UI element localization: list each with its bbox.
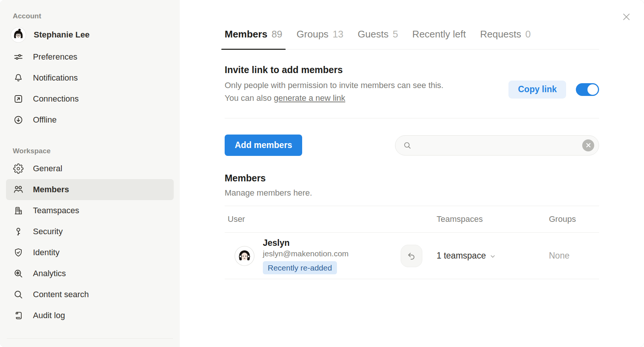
account-section-label: Account <box>13 12 180 20</box>
close-icon <box>622 12 631 22</box>
tab-label: Members <box>225 28 267 40</box>
invite-link-toggle[interactable] <box>576 83 599 96</box>
members-toolbar: Add members <box>225 135 599 156</box>
user-cell: Jeslyn jeslyn@makenotion.com Recently re… <box>225 237 429 274</box>
members-tabs: Members 89 Groups 13 Guests 5 Recently l… <box>225 28 599 49</box>
teamspaces-dropdown[interactable]: 1 teamspace <box>429 251 541 261</box>
sidebar-item-label: Stephanie Lee <box>34 30 89 40</box>
user-name: Jeslyn <box>263 237 349 248</box>
sidebar-item-label: Content search <box>33 290 89 299</box>
avatar <box>10 27 26 43</box>
member-search <box>395 135 599 156</box>
sidebar-item-offline[interactable]: Offline <box>6 109 174 130</box>
sidebar-item-preferences[interactable]: Preferences <box>6 46 174 67</box>
sidebar-item-label: Identity <box>33 248 60 257</box>
key-icon <box>13 226 24 237</box>
sidebar-item-analytics[interactable]: Analytics <box>6 263 174 284</box>
search-icon <box>403 141 412 150</box>
tab-guests[interactable]: Guests 5 <box>358 28 398 49</box>
column-header-user: User <box>225 214 429 224</box>
workspace-section-label: Workspace <box>13 147 180 155</box>
shield-check-icon <box>13 247 24 258</box>
toggle-knob <box>587 84 598 95</box>
members-section-title: Members <box>225 173 599 184</box>
sidebar-item-connections[interactable]: Connections <box>6 88 174 109</box>
search-input[interactable] <box>416 140 578 151</box>
sidebar-item-label: Security <box>33 227 63 236</box>
sidebar-item-label: Audit log <box>33 311 65 320</box>
tab-count: 5 <box>393 28 398 40</box>
table-row: Jeslyn jeslyn@makenotion.com Recently re… <box>225 233 599 279</box>
avatar <box>234 246 255 266</box>
sidebar-item-general[interactable]: General <box>6 158 174 179</box>
sidebar-item-label: General <box>33 164 62 174</box>
sidebar-item-content-search[interactable]: Content search <box>6 284 174 305</box>
magnifier-icon <box>13 289 24 300</box>
sliders-icon <box>13 51 24 63</box>
status-badge: Recently re-added <box>263 261 337 274</box>
tab-groups[interactable]: Groups 13 <box>297 28 343 49</box>
tab-members[interactable]: Members 89 <box>225 28 282 49</box>
people-icon <box>13 184 24 195</box>
undo-icon <box>407 251 416 261</box>
groups-value: None <box>541 251 599 261</box>
sidebar-footer-divider <box>7 338 173 339</box>
sidebar-item-label: Analytics <box>33 269 66 278</box>
members-settings-panel: Members 89 Groups 13 Guests 5 Recently l… <box>180 0 644 347</box>
settings-dialog: Account Stephanie Lee Preferenc <box>0 0 644 347</box>
arrow-down-circle-icon <box>13 114 24 126</box>
sidebar-item-account-user[interactable]: Stephanie Lee <box>6 23 174 46</box>
column-header-teamspaces: Teamspaces <box>429 214 541 224</box>
tab-count: 89 <box>271 28 282 40</box>
tab-label: Recently left <box>412 28 466 40</box>
tab-count: 0 <box>525 28 531 40</box>
sidebar-item-label: Notifications <box>33 73 78 83</box>
sidebar-item-label: Offline <box>33 115 57 125</box>
user-info: Jeslyn jeslyn@makenotion.com Recently re… <box>263 237 349 274</box>
arrow-up-right-box-icon <box>13 93 24 105</box>
sidebar-item-audit-log[interactable]: Audit log <box>6 305 174 326</box>
tab-label: Groups <box>297 28 328 40</box>
tab-requests[interactable]: Requests 0 <box>480 28 531 49</box>
sidebar-item-notifications[interactable]: Notifications <box>6 67 174 88</box>
tab-label: Guests <box>358 28 388 40</box>
generate-new-link[interactable]: generate a new link <box>274 93 345 103</box>
clear-search-button[interactable] <box>582 139 594 151</box>
building-icon <box>13 205 24 216</box>
undo-button[interactable] <box>401 245 422 267</box>
sidebar-item-members[interactable]: Members <box>6 179 174 200</box>
sidebar-item-label: Preferences <box>33 52 78 62</box>
sidebar-item-label: Teamspaces <box>33 206 79 215</box>
members-section-subtitle: Manage members here. <box>225 188 599 198</box>
user-email: jeslyn@makenotion.com <box>263 248 349 259</box>
invite-link-section: Invite link to add members Only people w… <box>225 64 599 105</box>
tab-count: 13 <box>332 28 343 40</box>
sidebar-item-teamspaces[interactable]: Teamspaces <box>6 200 174 221</box>
bell-icon <box>13 72 24 84</box>
close-button[interactable] <box>621 11 632 22</box>
tab-label: Requests <box>480 28 521 40</box>
table-header: User Teamspaces Groups <box>225 206 599 233</box>
sidebar-item-label: Connections <box>33 94 79 104</box>
section-divider <box>225 118 599 118</box>
gear-icon <box>13 163 24 174</box>
sidebar-item-security[interactable]: Security <box>6 221 174 242</box>
teamspaces-value: 1 teamspace <box>437 251 486 261</box>
invite-link-description: Only people with permission to invite me… <box>225 79 449 105</box>
copy-link-button[interactable]: Copy link <box>508 81 566 99</box>
sidebar-item-label: Members <box>33 185 69 194</box>
x-icon <box>586 142 591 148</box>
chevron-down-icon <box>489 253 496 260</box>
tab-recently-left[interactable]: Recently left <box>412 28 466 49</box>
magnifier-sparkle-icon <box>13 268 24 279</box>
members-table: User Teamspaces Groups <box>225 206 599 279</box>
invite-link-title: Invite link to add members <box>225 64 449 75</box>
settings-sidebar: Account Stephanie Lee Preferenc <box>0 0 180 347</box>
sidebar-item-identity[interactable]: Identity <box>6 242 174 263</box>
column-header-groups: Groups <box>541 214 599 224</box>
scroll-icon <box>13 310 24 321</box>
add-members-button[interactable]: Add members <box>225 135 302 156</box>
